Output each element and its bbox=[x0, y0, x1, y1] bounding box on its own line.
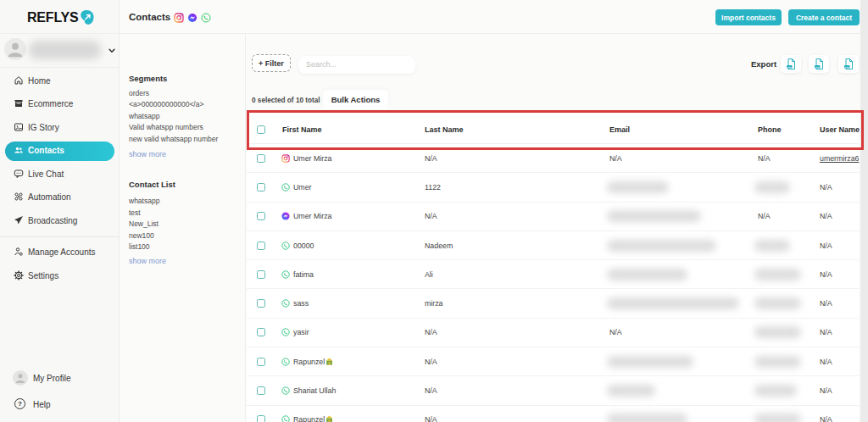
svg-text:XLS: XLS bbox=[815, 66, 820, 69]
svg-text:CSV: CSV bbox=[845, 66, 849, 69]
svg-text:PDF: PDF bbox=[787, 66, 792, 69]
